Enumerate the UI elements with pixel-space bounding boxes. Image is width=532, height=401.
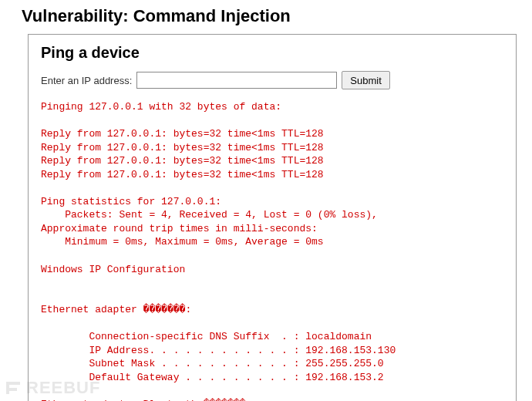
command-output: Pinging 127.0.0.1 with 32 bytes of data:… [41,100,503,401]
ip-label: Enter an IP address: [41,75,132,86]
svg-rect-0 [6,382,9,394]
svg-rect-1 [9,382,20,385]
freebuf-logo-icon [5,379,23,397]
ping-panel: Ping a device Enter an IP address: Submi… [28,34,517,401]
ip-input[interactable] [136,72,337,89]
svg-rect-2 [9,388,17,391]
submit-button[interactable]: Submit [342,71,389,89]
panel-heading: Ping a device [41,44,503,62]
ping-form: Enter an IP address: Submit [41,71,503,89]
page-title: Vulnerability: Command Injection [22,6,532,26]
